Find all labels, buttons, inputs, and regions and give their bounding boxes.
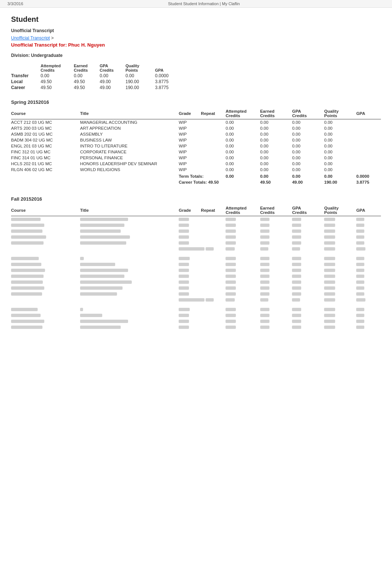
blurred-title — [80, 285, 179, 291]
fall-th-gpa: GPA — [356, 205, 381, 216]
blurred-earned — [260, 285, 292, 291]
course-gpa-credits: 0.00 — [292, 131, 324, 137]
course-title: INTRO TO LITERATURE — [80, 143, 179, 149]
course-grade: WIP — [179, 155, 201, 161]
blurred-course-row — [11, 228, 381, 234]
redacted-block — [260, 292, 269, 296]
page-title: Student — [11, 15, 381, 24]
blurred-course — [11, 318, 80, 324]
redacted-block — [324, 247, 335, 251]
blurred-gpa — [356, 318, 381, 324]
course-gpa-credits: 0.00 — [292, 161, 324, 167]
th-grade: Grade — [179, 108, 201, 119]
term-totals-row: Term Totals: 0.00 0.00 0.00 0.00 0.0000 — [11, 173, 381, 179]
redacted-block — [226, 247, 235, 251]
totals-heading: Term Totals: — [179, 173, 226, 179]
course-title: ASSEMBLY — [80, 131, 179, 137]
breadcrumb-link[interactable]: Unofficial Transcript — [11, 35, 50, 41]
totals-earned: 0.00 — [260, 173, 292, 179]
redacted-block — [260, 257, 269, 260]
course-repeat — [201, 119, 226, 126]
blurred-attempted — [226, 267, 260, 273]
redacted-block — [292, 326, 301, 329]
course-gpa-credits: 0.00 — [292, 119, 324, 126]
redacted-block — [80, 286, 123, 290]
course-grade: WIP — [179, 161, 201, 167]
redacted-block — [356, 247, 365, 251]
top-bar-title: Student Student Information | My Claflin — [168, 1, 240, 6]
blurred-repeat — [201, 261, 226, 267]
redacted-block — [179, 314, 189, 317]
redacted-block — [179, 326, 189, 329]
redacted-block — [324, 320, 335, 323]
blurred-grade — [179, 285, 201, 291]
redacted-block — [356, 326, 364, 329]
blurred-course — [11, 222, 80, 228]
blurred-attempted — [226, 228, 260, 234]
course-gpa — [356, 137, 381, 143]
blurred-quality — [324, 312, 356, 318]
blurred-title — [80, 324, 179, 330]
blurred-gpa — [356, 267, 381, 273]
redacted-block — [226, 326, 236, 329]
redacted-block — [80, 314, 102, 317]
redacted-block — [80, 235, 130, 239]
course-repeat — [201, 143, 226, 149]
redacted-block — [11, 257, 39, 260]
redacted-block — [11, 218, 41, 221]
blurred-attempted — [226, 273, 260, 279]
redacted-block — [206, 247, 214, 251]
blurred-earned — [260, 216, 292, 222]
blurred-attempted — [226, 306, 260, 312]
redacted-block — [356, 314, 364, 317]
redacted-block — [11, 235, 46, 239]
course-row: RLGN 406 02 UG MC WORLD RELIGIONS WIP 0.… — [11, 167, 381, 173]
course-id: FINC 314 01 UG MC — [11, 155, 80, 161]
course-grade: WIP — [179, 143, 201, 149]
redacted-block — [324, 292, 335, 296]
redacted-block — [324, 235, 335, 239]
course-gpa-credits: 0.00 — [292, 155, 324, 161]
redacted-block — [292, 263, 301, 266]
blurred-gpa-cred — [292, 285, 324, 291]
blurred-gpa-cred — [292, 261, 324, 267]
blurred-course-row — [11, 279, 381, 285]
redacted-block — [80, 292, 117, 296]
course-gpa-credits: 0.00 — [292, 143, 324, 149]
blurred-repeat — [201, 222, 226, 228]
blurred-course-row — [11, 318, 381, 324]
blurred-title — [80, 306, 179, 312]
redacted-block — [260, 263, 269, 266]
course-id: ARTS 200 03 UG MC — [11, 125, 80, 131]
career-quality: 190.00 — [324, 179, 356, 185]
blurred-earned — [260, 318, 292, 324]
bt-att — [226, 297, 260, 303]
course-repeat — [201, 149, 226, 155]
redacted-block — [356, 320, 364, 323]
course-attempted: 0.00 — [226, 131, 260, 137]
course-gpa — [356, 167, 381, 173]
blank-row — [11, 252, 381, 255]
blurred-course-row — [11, 291, 381, 297]
course-row: HCLS 202 01 UG MC HONORS LEADERSHIP DEV … — [11, 161, 381, 167]
fall-th-attempted: AttemptedCredits — [226, 205, 260, 216]
blurred-grade — [179, 267, 201, 273]
course-quality: 0.00 — [324, 125, 356, 131]
course-gpa — [356, 161, 381, 167]
redacted-block — [226, 292, 236, 296]
redacted-block — [11, 292, 42, 296]
blurred-title — [80, 222, 179, 228]
redacted-block — [324, 224, 335, 227]
blurred-gpa — [356, 228, 381, 234]
blurred-earned — [260, 234, 292, 240]
redacted-block — [292, 269, 301, 272]
fall-th-quality: QualityPoints — [324, 205, 356, 216]
blurred-gpa-cred — [292, 312, 324, 318]
blurred-gpa — [356, 285, 381, 291]
course-id: BADM 304 02 UG MC — [11, 137, 80, 143]
course-grade: WIP — [179, 137, 201, 143]
course-repeat — [201, 125, 226, 131]
blurred-gpa-cred — [292, 228, 324, 234]
blurred-earned — [260, 324, 292, 330]
redacted-block — [356, 218, 364, 221]
